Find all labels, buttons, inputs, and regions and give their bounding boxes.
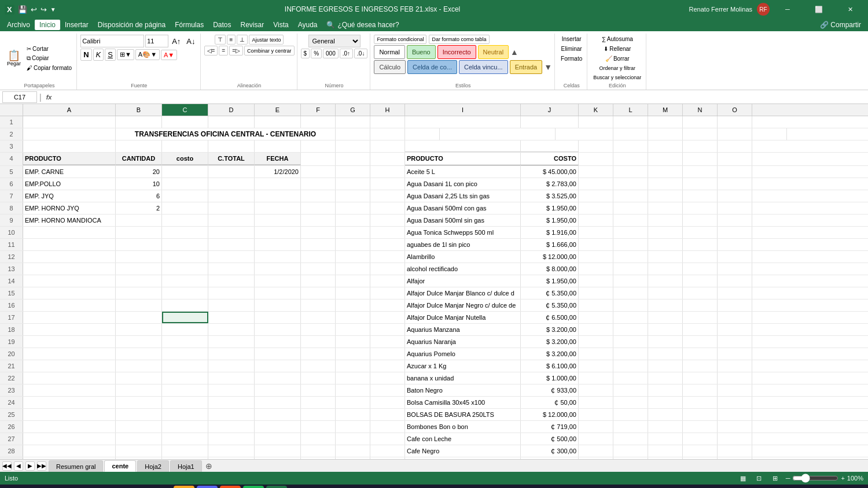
search-button[interactable]: 🔍 xyxy=(30,486,53,488)
cell-n27[interactable] xyxy=(683,433,718,445)
fill-button[interactable]: ⬇ Rellenar xyxy=(601,45,633,53)
cell-f22[interactable] xyxy=(301,372,336,384)
cell-j2[interactable] xyxy=(556,128,613,140)
menu-search[interactable]: 🔍 ¿Qué desea hacer? xyxy=(322,20,403,30)
cell-h22[interactable] xyxy=(370,372,405,384)
quick-access-save[interactable]: 💾 xyxy=(18,5,27,14)
cell-k1[interactable] xyxy=(579,116,613,128)
cell-c11[interactable] xyxy=(162,239,208,250)
menu-datos[interactable]: Datos xyxy=(208,20,236,30)
cell-d21[interactable] xyxy=(208,360,255,372)
cell-a25[interactable] xyxy=(23,409,116,420)
styles-scroll-down[interactable]: ▼ xyxy=(544,62,552,72)
cell-f27[interactable] xyxy=(301,433,336,445)
cell-e3[interactable] xyxy=(255,141,301,152)
cell-g22[interactable] xyxy=(336,372,370,384)
taskbar-spotify[interactable]: ♪ xyxy=(243,486,264,488)
cell-h5[interactable] xyxy=(370,166,405,178)
cell-n24[interactable] xyxy=(683,397,718,408)
col-header-l[interactable]: L xyxy=(613,104,648,116)
delete-cell-button[interactable]: Eliminar xyxy=(559,45,584,53)
cell-g3[interactable] xyxy=(336,141,370,152)
font-color-button[interactable]: A▼ xyxy=(161,50,177,60)
search-select-button[interactable]: Buscar y seleccionar xyxy=(591,73,643,82)
cell-g18[interactable] xyxy=(336,324,370,335)
cell-g29[interactable] xyxy=(336,457,370,459)
cell-i2[interactable] xyxy=(440,128,556,140)
cell-g24[interactable] xyxy=(336,397,370,408)
bold-button[interactable]: N xyxy=(80,49,91,61)
cell-l16[interactable] xyxy=(613,300,648,311)
cell-j11[interactable]: $ 1.666,00 xyxy=(521,239,579,250)
cell-m3[interactable] xyxy=(648,141,683,152)
cell-o1[interactable] xyxy=(718,116,752,128)
cell-f5[interactable] xyxy=(301,166,336,178)
col-header-h[interactable]: H xyxy=(370,104,405,116)
normal-view-button[interactable]: ▦ xyxy=(737,472,749,484)
cell-m21[interactable] xyxy=(648,360,683,372)
cell-o5[interactable] xyxy=(718,166,752,178)
cell-e25[interactable] xyxy=(255,409,301,420)
col-header-b[interactable]: B xyxy=(116,104,162,116)
cell-d12[interactable] xyxy=(208,251,255,263)
cell-f2[interactable] xyxy=(336,128,370,140)
zoom-in-button[interactable]: + xyxy=(841,475,844,482)
cell-a5[interactable]: EMP. CARNE xyxy=(23,166,116,178)
page-break-button[interactable]: ⊞ xyxy=(770,472,781,484)
cell-j28[interactable]: ₵ 300,00 xyxy=(521,445,579,457)
cell-f19[interactable] xyxy=(301,336,336,347)
cell-l18[interactable] xyxy=(613,324,648,335)
align-center-button[interactable]: = xyxy=(219,46,228,56)
cell-o2[interactable] xyxy=(752,128,787,140)
cell-m5[interactable] xyxy=(648,166,683,178)
cell-i22[interactable]: banana x unidad xyxy=(405,372,521,384)
cell-j5[interactable]: $ 45.000,00 xyxy=(521,166,579,178)
cell-g25[interactable] xyxy=(336,409,370,420)
style-bueno[interactable]: Bueno xyxy=(407,45,436,59)
cell-h20[interactable] xyxy=(370,348,405,360)
cell-b3[interactable] xyxy=(116,141,162,152)
cell-l25[interactable] xyxy=(613,409,648,420)
format-cell-button[interactable]: Formato xyxy=(558,54,584,63)
cell-h7[interactable] xyxy=(370,190,405,202)
cell-n7[interactable] xyxy=(683,190,718,202)
cell-d13[interactable] xyxy=(208,263,255,275)
row-num-4[interactable]: 4 xyxy=(0,153,23,165)
cell-i28[interactable]: Cafe Negro xyxy=(405,445,521,457)
row-num-27[interactable]: 27 xyxy=(0,433,23,445)
cell-m26[interactable] xyxy=(648,421,683,432)
cell-e5[interactable]: 1/2/2020 xyxy=(255,166,301,178)
style-incorrecto[interactable]: Incorrecto xyxy=(437,45,476,59)
cell-k7[interactable] xyxy=(579,190,613,202)
row-num-18[interactable]: 18 xyxy=(0,324,23,335)
sort-filter-button[interactable]: Ordenar y filtrar xyxy=(597,64,638,72)
cell-j17[interactable]: ₵ 6.500,00 xyxy=(521,312,579,323)
font-size-input[interactable] xyxy=(145,35,168,47)
thousands-button[interactable]: 000 xyxy=(323,49,339,58)
cell-f10[interactable] xyxy=(301,227,336,238)
style-normal[interactable]: Normal xyxy=(374,45,404,59)
cell-c8[interactable] xyxy=(162,202,208,214)
cell-l5[interactable] xyxy=(613,166,648,178)
cell-i5[interactable]: Aceite 5 L xyxy=(405,166,521,178)
add-sheet-button[interactable]: ⊕ xyxy=(203,460,215,472)
row-num-10[interactable]: 10 xyxy=(0,227,23,238)
cell-i3[interactable] xyxy=(405,141,521,152)
insert-cell-button[interactable]: Insertar xyxy=(560,35,584,43)
row-num-19[interactable]: 19 xyxy=(0,336,23,347)
cell-m20[interactable] xyxy=(648,348,683,360)
zoom-out-button[interactable]: ─ xyxy=(786,475,790,482)
cell-n13[interactable] xyxy=(683,263,718,275)
cell-o14[interactable] xyxy=(718,275,752,287)
col-header-f[interactable]: F xyxy=(301,104,336,116)
cell-m9[interactable] xyxy=(648,215,683,226)
cell-m25[interactable] xyxy=(648,409,683,420)
cell-e21[interactable] xyxy=(255,360,301,372)
cell-f21[interactable] xyxy=(301,360,336,372)
cell-k20[interactable] xyxy=(579,348,613,360)
cell-e4-header[interactable]: FECHA xyxy=(255,153,301,165)
cell-j18[interactable]: $ 3.200,00 xyxy=(521,324,579,335)
cell-c12[interactable] xyxy=(162,251,208,263)
cell-i26[interactable]: Bombones Bon o bon xyxy=(405,421,521,432)
cell-i13[interactable]: alcohol rectificado xyxy=(405,263,521,275)
